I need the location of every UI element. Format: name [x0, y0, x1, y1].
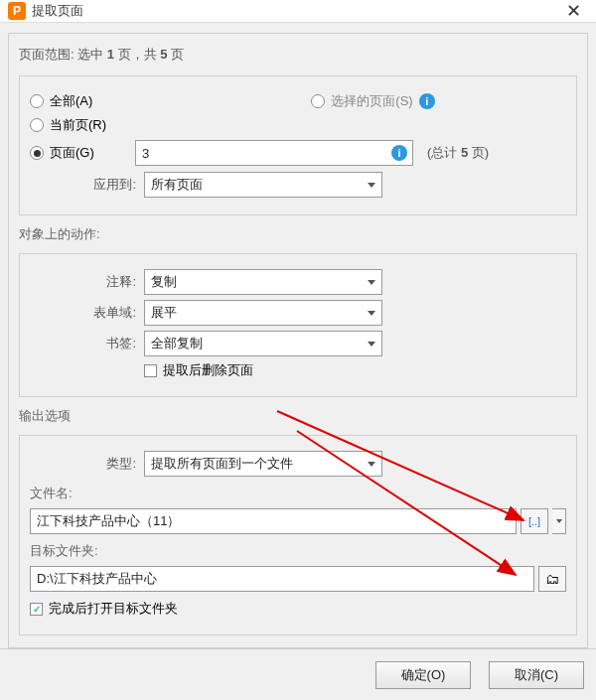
pages-input[interactable]: 3 i — [135, 140, 413, 166]
cancel-button[interactable]: 取消(C) — [489, 661, 584, 689]
annotations-label: 注释: — [30, 273, 144, 291]
filename-browse-button[interactable]: [..] — [521, 508, 548, 534]
page-range-summary: 页面范围: 选中 1 页，共 5 页 — [19, 42, 577, 71]
filename-label: 文件名: — [30, 485, 566, 502]
radio-all[interactable] — [30, 94, 44, 108]
filename-dropdown-button[interactable] — [552, 508, 566, 534]
open-after-checkbox[interactable] — [30, 603, 43, 616]
info-icon[interactable]: i — [391, 145, 407, 161]
actions-header: 对象上的动作: — [19, 223, 577, 249]
radio-selected[interactable] — [311, 94, 325, 108]
type-select[interactable]: 提取所有页面到一个文件 — [144, 451, 382, 477]
open-after-label: 完成后打开目标文件夹 — [49, 600, 178, 618]
folder-label: 目标文件夹: — [30, 542, 566, 560]
total-pages-text: (总计 5 页) — [427, 144, 489, 162]
folder-input[interactable]: D:\江下科技产品中心 — [30, 566, 534, 592]
radio-pages[interactable] — [30, 146, 44, 160]
folder-icon: 🗂 — [545, 571, 559, 587]
radio-current-label: 当前页(R) — [50, 116, 106, 134]
annotations-select[interactable]: 复制 — [144, 269, 382, 295]
type-label: 类型: — [30, 455, 144, 473]
apply-to-label: 应用到: — [30, 176, 144, 194]
formfields-label: 表单域: — [30, 304, 144, 322]
info-icon[interactable]: i — [419, 93, 435, 109]
delete-after-label: 提取后删除页面 — [163, 361, 253, 379]
ok-button[interactable]: 确定(O) — [375, 661, 471, 689]
radio-pages-label: 页面(G) — [50, 144, 135, 162]
folder-browse-button[interactable]: 🗂 — [538, 566, 566, 592]
radio-all-label: 全部(A) — [50, 92, 92, 110]
apply-to-select[interactable]: 所有页面 — [144, 172, 382, 198]
output-header: 输出选项 — [19, 405, 577, 431]
window-title: 提取页面 — [32, 2, 558, 20]
close-icon[interactable]: ✕ — [558, 0, 588, 22]
delete-after-checkbox[interactable] — [144, 364, 157, 377]
bookmarks-label: 书签: — [30, 335, 144, 352]
radio-selected-label: 选择的页面(S) — [331, 92, 412, 110]
radio-current[interactable] — [30, 118, 44, 132]
filename-input[interactable]: 江下科技产品中心（11） — [30, 508, 517, 534]
bookmarks-select[interactable]: 全部复制 — [144, 331, 382, 356]
app-icon: P — [8, 2, 26, 20]
formfields-select[interactable]: 展平 — [144, 300, 382, 326]
